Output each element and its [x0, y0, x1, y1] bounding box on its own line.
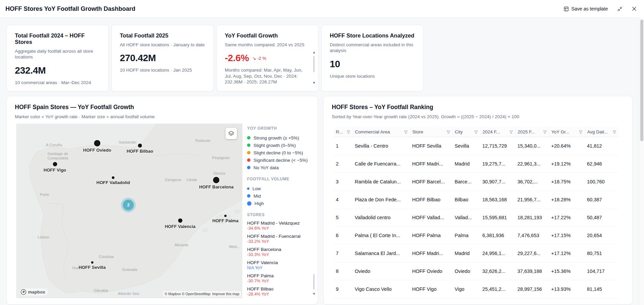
- table-row[interactable]: 6 Palma ( El Corte In... HOFF Palma Palm…: [334, 227, 619, 245]
- legend-store-item: HOFF Madrid - Velázquez -34.6% YoY: [247, 221, 312, 231]
- store-marker[interactable]: HOFF Valladolid: [97, 176, 130, 185]
- kpi-subtitle: Aggregate daily footfall across all stor…: [15, 48, 100, 60]
- save-as-template-button[interactable]: Save as template: [564, 6, 608, 11]
- table-header-row: R... Commercial Area Store: [334, 127, 619, 137]
- table-row[interactable]: 7 Salamanca El Jard... HOFF Madri... Mad…: [334, 245, 619, 262]
- legend-yoy-item: No YoY data: [247, 164, 312, 171]
- store-marker-dot-icon[interactable]: [91, 261, 93, 263]
- collapse-button[interactable]: [617, 6, 622, 11]
- city-label: Girona: [213, 171, 225, 175]
- store-marker[interactable]: HOFF Valencia: [165, 218, 195, 229]
- legend-yoy-item: Significant decline (< −5%): [247, 156, 312, 164]
- table-row[interactable]: 5 Valladolid centro HOFF Vallad... Valla…: [334, 209, 619, 227]
- store-marker-dot-icon[interactable]: [213, 177, 219, 183]
- store-marker-dot-icon[interactable]: [178, 218, 182, 223]
- cell-city: Barce...: [453, 173, 480, 191]
- store-marker[interactable]: HOFF Vigo: [44, 162, 66, 172]
- attribution-text: © Mapbox © OpenStreetMap: [165, 292, 211, 296]
- column-header[interactable]: Store: [410, 127, 453, 137]
- mapbox-icon: [21, 289, 26, 295]
- kpi-card: YoY Footfall Growth Same months compared…: [216, 25, 319, 92]
- store-marker-dot-icon[interactable]: [224, 215, 226, 217]
- cell-2024-footfall: 18,563,168: [480, 191, 515, 209]
- table-row[interactable]: 4 Plaza de Don Fede... HOFF Bilbao Bilba…: [334, 191, 619, 209]
- legend-volume-item: Mid: [247, 192, 312, 200]
- scroll-down-icon[interactable]: ▼: [313, 81, 316, 84]
- legend-scrollbar-thumb[interactable]: [313, 274, 315, 289]
- kpi-title: Total Footfall 2024 – HOFF Stores: [15, 32, 100, 45]
- store-marker[interactable]: HOFF Palma: [212, 215, 238, 223]
- column-header[interactable]: R...: [334, 127, 353, 137]
- table-row[interactable]: 2 Calle de Fuencarra... HOFF Madri... Ma…: [334, 155, 619, 173]
- cell-yoy-growth: +20.64%: [549, 137, 585, 155]
- table-row[interactable]: 9 Vigo Casco Vello HOFF Vigo Vigo 25,451…: [334, 280, 619, 298]
- card-scrollbar-thumb[interactable]: [313, 56, 315, 72]
- kpi-footnote: 10 HOFF store locations · Jan 2025: [120, 67, 205, 73]
- map-layers-button[interactable]: [225, 128, 237, 139]
- filter-icon[interactable]: [474, 130, 478, 134]
- page-scrollbar-thumb[interactable]: [640, 20, 643, 141]
- store-marker-dot-icon[interactable]: [94, 140, 100, 146]
- cell-avg-daily: 60,387: [585, 191, 619, 209]
- cell-store: HOFF Madri...: [410, 155, 453, 173]
- column-header[interactable]: 2024 F...: [480, 127, 515, 137]
- kpi-value-row: 270.42M: [120, 53, 205, 63]
- cluster-marker[interactable]: 2: [123, 200, 134, 210]
- volume-dot-icon: [247, 194, 250, 198]
- legend-volume-item: High: [247, 200, 312, 207]
- store-marker-label: HOFF Bilbao: [127, 149, 153, 154]
- legend-scroll-down-icon[interactable]: ▼: [313, 292, 316, 296]
- table-row[interactable]: 1 Sevilla - Centro HOFF Sevilla Sevilla …: [334, 137, 619, 155]
- legend-yoy-item: Slight growth (0–5%): [247, 142, 312, 149]
- spain-map[interactable]: A CoruñaSantanderToulouseSantiago de Com…: [16, 124, 242, 298]
- store-name: HOFF Bilbao: [247, 286, 312, 291]
- cell-2025-footfall: 37,639,188: [515, 262, 549, 280]
- column-header[interactable]: YoY Gr...: [549, 127, 585, 137]
- store-marker[interactable]: HOFF Oviedo: [83, 140, 111, 152]
- cell-2024-footfall: 30,907,7...: [480, 173, 515, 191]
- legend-color-dot-icon: [247, 136, 250, 139]
- kpi-card-row: Total Footfall 2024 – HOFF Stores Aggreg…: [6, 25, 424, 92]
- page-scrollbar[interactable]: [639, 18, 644, 305]
- window-controls: Save as template: [564, 6, 644, 11]
- store-marker-dot-icon[interactable]: [112, 176, 114, 179]
- store-marker-dot-icon[interactable]: [53, 162, 57, 166]
- cell-yoy-growth: +17.15%: [549, 227, 585, 245]
- store-marker[interactable]: HOFF Bilbao: [127, 144, 153, 154]
- kpi-footnote: Unique store locations: [330, 73, 415, 79]
- store-marker-label: HOFF Oviedo: [83, 147, 111, 152]
- column-header[interactable]: Commercial Area: [353, 127, 410, 137]
- filter-icon[interactable]: [446, 130, 451, 134]
- cell-avg-daily: 62,946: [585, 155, 619, 173]
- column-header[interactable]: City: [453, 127, 480, 137]
- top-bar: HOFF Stores YoY Footfall Growth Dashboar…: [0, 0, 644, 18]
- legend-volume-title: FOOTFALL VOLUME: [247, 177, 312, 181]
- store-marker[interactable]: HOFF Barcelona: [199, 177, 234, 189]
- legend-item-label: Slight growth (0–5%): [253, 143, 296, 148]
- table-row[interactable]: 3 Rambla de Catalun... HOFF Barcel... Ba…: [334, 173, 619, 191]
- mapbox-logo[interactable]: mapbox: [20, 288, 48, 296]
- legend-color-dot-icon: [247, 144, 250, 147]
- kpi-title: Total Footfall 2025: [120, 32, 205, 39]
- kpi-subtitle: All HOFF store locations · January to da…: [120, 42, 205, 48]
- city-label: Granada: [122, 268, 137, 272]
- column-header[interactable]: 2025 F...: [515, 127, 549, 137]
- filter-icon[interactable]: [404, 130, 408, 134]
- legend-item-label: Significant decline (< −5%): [253, 158, 308, 163]
- filter-icon[interactable]: [543, 130, 547, 134]
- table-row[interactable]: 8 Oviedo HOFF Oviedo Oviedo 32,626,2... …: [334, 262, 619, 280]
- store-marker-dot-icon[interactable]: [138, 144, 142, 148]
- cell-store: HOFF Palma: [410, 227, 453, 245]
- filter-icon[interactable]: [579, 130, 583, 134]
- column-header-label: YoY Gr...: [552, 129, 569, 134]
- kpi-value: 232.4M: [15, 65, 46, 76]
- scroll-up-icon[interactable]: ▲: [313, 51, 316, 54]
- improve-map-link[interactable]: Improve this map: [212, 292, 239, 296]
- kpi-title: HOFF Store Locations Analyzed: [330, 32, 415, 39]
- filter-icon[interactable]: [612, 130, 617, 134]
- filter-icon[interactable]: [509, 130, 513, 134]
- close-button[interactable]: [632, 6, 637, 11]
- filter-icon[interactable]: [346, 130, 351, 134]
- column-header[interactable]: Avg Dail...: [585, 127, 619, 137]
- store-marker[interactable]: HOFF Sevilla: [79, 261, 106, 270]
